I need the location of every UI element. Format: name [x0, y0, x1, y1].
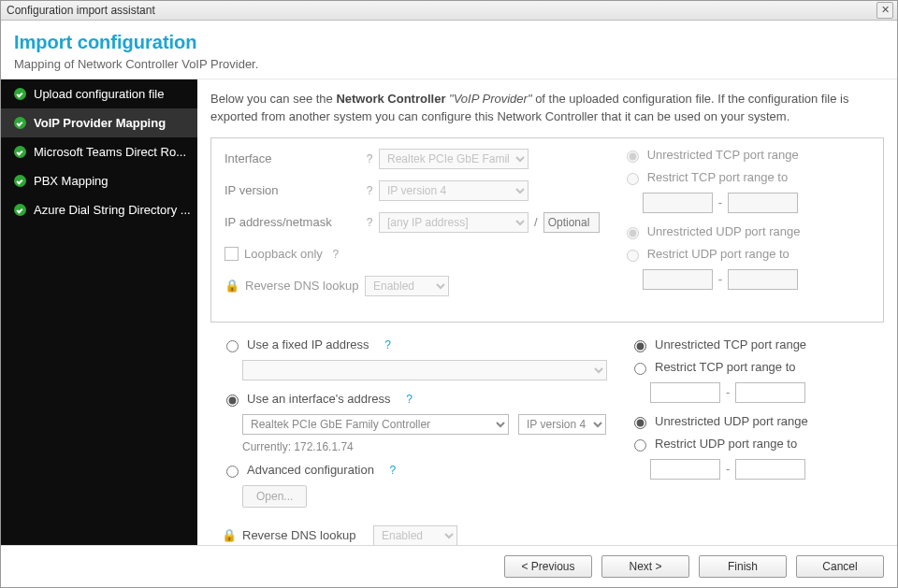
revdns-select: Enabled	[365, 276, 449, 296]
tcp-from-input2[interactable]	[650, 382, 720, 403]
help-icon[interactable]: ?	[360, 216, 379, 229]
udp-to-input2[interactable]	[735, 459, 805, 480]
udp-to-input	[728, 269, 798, 290]
udp-unrestricted-radio2[interactable]: Unrestricted UDP port range	[630, 414, 882, 429]
radio-label: Unrestricted UDP port range	[647, 224, 801, 238]
content: Below you can see the Network Controller…	[197, 79, 897, 545]
sidebar-item-label: VoIP Provider Mapping	[34, 116, 166, 130]
cancel-button[interactable]: Cancel	[796, 555, 884, 578]
udp-restrict-radio2[interactable]: Restrict UDP port range to	[630, 437, 882, 452]
config-panel: Interface ? Realtek PCIe GbE Family Cont…	[210, 137, 884, 323]
help-icon[interactable]: ?	[379, 338, 398, 351]
lock-icon: 🔒	[222, 528, 237, 542]
sidebar-item-pbx[interactable]: PBX Mapping	[1, 166, 197, 195]
finish-button[interactable]: Finish	[699, 555, 787, 578]
header: Import configuration Mapping of Network …	[1, 21, 897, 79]
previous-button[interactable]: < Previous	[504, 555, 592, 578]
ipaddr-label: IP address/netmask	[224, 215, 360, 229]
titlebar: Configuration import assistant ✕	[1, 1, 897, 21]
radio[interactable]	[226, 340, 239, 352]
check-icon	[14, 117, 26, 129]
footer: < Previous Next > Finish Cancel	[1, 545, 897, 587]
dash: -	[726, 385, 730, 399]
override-section: Use a fixed IP address? Use an interface…	[210, 323, 884, 545]
udp-from-input	[643, 269, 713, 290]
radio-label: Restrict UDP port range to	[647, 247, 789, 261]
radio[interactable]	[634, 417, 646, 429]
sidebar-item-voip[interactable]: VoIP Provider Mapping	[1, 108, 197, 137]
radio	[627, 173, 639, 185]
tcp-restrict-radio2[interactable]: Restrict TCP port range to	[630, 360, 882, 375]
intro-bold: Network Controller	[336, 92, 445, 106]
open-button: Open...	[242, 485, 307, 508]
radio-label: Unrestricted TCP port range	[655, 337, 806, 351]
page-title: Import configuration	[14, 32, 884, 53]
radio-label: Use a fixed IP address	[247, 337, 369, 351]
next-button[interactable]: Next >	[601, 555, 689, 578]
help-icon[interactable]: ?	[360, 152, 379, 165]
radio-label: Restrict TCP port range to	[655, 360, 796, 374]
udp-unrestricted-radio: Unrestricted UDP port range	[622, 224, 870, 239]
ipver-select2[interactable]: IP version 4	[518, 414, 606, 435]
check-icon	[14, 146, 26, 158]
radio-label: Restrict UDP port range to	[655, 437, 797, 451]
fixed-ip-select	[242, 360, 607, 380]
ipver-label: IP version	[224, 183, 360, 197]
dash: -	[718, 272, 722, 286]
loopback-label: Loopback only	[244, 247, 323, 261]
iface-select[interactable]: Realtek PCIe GbE Family Controller	[242, 414, 509, 435]
help-icon[interactable]: ?	[384, 464, 402, 477]
sidebar: Upload configuration file VoIP Provider …	[1, 79, 197, 545]
close-icon[interactable]: ✕	[876, 2, 893, 19]
radio-label: Unrestricted UDP port range	[655, 414, 808, 428]
window-title: Configuration import assistant	[7, 4, 155, 17]
intro-pre: Below you can see the	[210, 92, 336, 106]
iface-addr-radio[interactable]: Use an interface's address?	[222, 392, 607, 407]
window: Configuration import assistant ✕ Import …	[0, 0, 898, 588]
help-icon[interactable]: ?	[360, 184, 379, 197]
dash: -	[718, 195, 722, 209]
help-icon[interactable]: ?	[326, 248, 345, 261]
intro-text: Below you can see the Network Controller…	[210, 91, 884, 126]
sidebar-item-upload[interactable]: Upload configuration file	[1, 79, 197, 108]
sidebar-item-label: Azure Dial String Directory ...	[34, 203, 191, 217]
tcp-restrict-radio: Restrict TCP port range to	[622, 170, 870, 185]
radio-label: Restrict TCP port range to	[647, 170, 789, 184]
sidebar-item-label: Upload configuration file	[34, 87, 164, 101]
netmask-input	[543, 212, 600, 233]
intro-italic: "VoIP Provider"	[445, 92, 535, 106]
radio[interactable]	[634, 363, 646, 375]
radio[interactable]	[226, 394, 239, 407]
tcp-to-input	[728, 193, 798, 213]
radio-label: Unrestricted TCP port range	[647, 148, 799, 162]
radio[interactable]	[634, 439, 646, 452]
udp-restrict-radio: Restrict UDP port range to	[622, 247, 870, 262]
loopback-checkbox	[224, 247, 239, 261]
radio-label: Advanced configuration	[247, 463, 374, 477]
radio	[627, 227, 639, 239]
udp-from-input2[interactable]	[650, 459, 720, 480]
sidebar-item-label: PBX Mapping	[34, 174, 109, 188]
sidebar-item-azure[interactable]: Azure Dial String Directory ...	[1, 195, 197, 224]
tcp-to-input2[interactable]	[735, 382, 805, 403]
revdns-select2: Enabled	[373, 525, 457, 545]
sidebar-item-teams[interactable]: Microsoft Teams Direct Ro...	[1, 137, 197, 166]
tcp-unrestricted-radio: Unrestricted TCP port range	[622, 148, 870, 163]
current-ip: Currently: 172.16.1.74	[242, 440, 607, 453]
help-icon[interactable]: ?	[400, 393, 419, 406]
slash: /	[534, 215, 538, 229]
ipaddr-select: [any IP address]	[379, 212, 529, 233]
radio-label: Use an interface's address	[247, 392, 391, 406]
revdns-label2: Reverse DNS lookup	[242, 528, 373, 542]
page-subtitle: Mapping of Network Controller VoIP Provi…	[14, 57, 884, 71]
check-icon	[14, 175, 26, 187]
fixed-ip-radio[interactable]: Use a fixed IP address?	[222, 337, 607, 352]
radio[interactable]	[634, 340, 646, 352]
advanced-radio[interactable]: Advanced configuration?	[222, 463, 607, 478]
revdns-label: Reverse DNS lookup	[245, 279, 365, 293]
radio[interactable]	[226, 466, 239, 478]
radio	[627, 250, 639, 262]
sidebar-item-label: Microsoft Teams Direct Ro...	[34, 145, 186, 159]
check-icon	[14, 88, 26, 100]
tcp-unrestricted-radio2[interactable]: Unrestricted TCP port range	[630, 337, 882, 352]
